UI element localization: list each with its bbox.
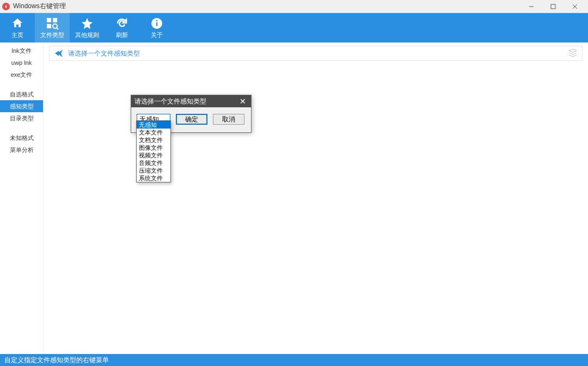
layers-icon[interactable] xyxy=(568,48,578,59)
close-icon xyxy=(572,4,578,9)
svg-rect-3 xyxy=(551,4,555,9)
toolbar-refresh[interactable]: 刷新 xyxy=(105,13,139,42)
maximize-icon xyxy=(550,4,556,9)
toolbar-refresh-label: 刷新 xyxy=(116,31,128,39)
maximize-button[interactable] xyxy=(542,0,564,13)
star-icon xyxy=(81,17,94,30)
dropdown-option[interactable]: 系统文件 xyxy=(137,174,170,182)
arrow-icon xyxy=(54,48,64,58)
statusbar: 自定义指定文件感知类型的右键菜单 xyxy=(0,354,588,366)
home-icon xyxy=(11,17,24,30)
sidebar-item-unknown-format[interactable]: 未知格式 xyxy=(0,132,43,144)
grid-search-icon xyxy=(46,17,59,30)
minimize-icon xyxy=(529,4,534,9)
toolbar-home-label: 主页 xyxy=(11,31,23,39)
window-buttons xyxy=(520,0,586,13)
info-icon xyxy=(150,17,163,30)
main: lnk文件 uwp lnk exe文件 自选格式 感知类型 目录类型 未知格式 … xyxy=(0,42,588,354)
info-text: 请选择一个文件感知类型 xyxy=(68,49,140,58)
toolbar-file-type[interactable]: 文件类型 xyxy=(35,13,70,42)
info-bar: 请选择一个文件感知类型 xyxy=(49,46,583,61)
titlebar: Windows右键管理 xyxy=(0,0,588,13)
toolbar-other-rules-label: 其他规则 xyxy=(75,31,99,39)
ok-label: 确定 xyxy=(185,115,198,124)
dialog-title-text: 请选择一个文件感知类型 xyxy=(134,97,206,106)
sidebar-item-exe[interactable]: exe文件 xyxy=(0,69,43,81)
cancel-label: 取消 xyxy=(222,115,235,124)
cancel-button[interactable]: 取消 xyxy=(213,114,244,125)
app-icon xyxy=(2,3,10,10)
dropdown-option[interactable]: 文本文件 xyxy=(137,129,170,136)
dialog-titlebar[interactable]: 请选择一个文件感知类型 ✕ xyxy=(131,95,251,107)
sidebar-item-uwplnk[interactable]: uwp lnk xyxy=(0,57,43,69)
svg-rect-8 xyxy=(47,24,51,28)
svg-point-13 xyxy=(156,20,158,21)
svg-rect-6 xyxy=(47,18,51,22)
toolbar-file-type-label: 文件类型 xyxy=(40,31,64,39)
combo-dropdown: 无感知 文本文件 文档文件 图像文件 视频文件 音频文件 压缩文件 系统文件 xyxy=(136,120,171,182)
minimize-button[interactable] xyxy=(520,0,542,13)
dropdown-option[interactable]: 视频文件 xyxy=(137,151,170,159)
ok-button[interactable]: 确定 xyxy=(176,114,207,125)
dropdown-option[interactable]: 图像文件 xyxy=(137,144,170,151)
sidebar-gap xyxy=(0,81,43,88)
dropdown-option[interactable]: 无感知 xyxy=(137,121,170,129)
dialog-close-button[interactable]: ✕ xyxy=(238,96,248,106)
sidebar-item-custom-format[interactable]: 自选格式 xyxy=(0,88,43,100)
status-text: 自定义指定文件感知类型的右键菜单 xyxy=(4,356,109,365)
window-title: Windows右键管理 xyxy=(13,2,66,11)
svg-line-10 xyxy=(57,28,58,29)
close-button[interactable] xyxy=(564,0,586,13)
toolbar-other-rules[interactable]: 其他规则 xyxy=(70,13,105,42)
sidebar-item-perceived-type[interactable]: 感知类型 xyxy=(0,100,43,112)
toolbar-home[interactable]: 主页 xyxy=(0,13,35,42)
toolbar-about-label: 关于 xyxy=(151,31,163,39)
svg-rect-12 xyxy=(156,22,157,26)
dropdown-option[interactable]: 压缩文件 xyxy=(137,167,170,174)
sidebar-item-directory-type[interactable]: 目录类型 xyxy=(0,112,43,124)
dropdown-option[interactable]: 文档文件 xyxy=(137,136,170,144)
toolbar: 主页 文件类型 其他规则 刷新 关于 xyxy=(0,13,588,42)
refresh-icon xyxy=(115,17,128,30)
svg-rect-1 xyxy=(5,5,7,8)
svg-point-9 xyxy=(53,24,57,28)
svg-rect-7 xyxy=(53,18,57,22)
sidebar-gap xyxy=(0,124,43,132)
sidebar-item-menu-analysis[interactable]: 菜单分析 xyxy=(0,144,43,156)
content: 请选择一个文件感知类型 xyxy=(44,42,588,354)
sidebar: lnk文件 uwp lnk exe文件 自选格式 感知类型 目录类型 未知格式 … xyxy=(0,42,44,354)
toolbar-about[interactable]: 关于 xyxy=(139,13,174,42)
dropdown-option[interactable]: 音频文件 xyxy=(137,159,170,167)
sidebar-item-lnk[interactable]: lnk文件 xyxy=(0,45,43,57)
